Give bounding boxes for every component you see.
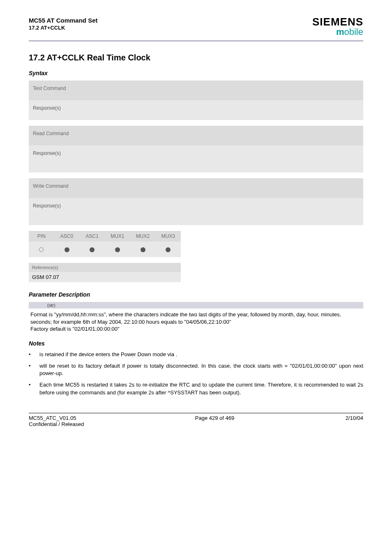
note-item: • Each time MC55 is restarted it takes 2… (29, 381, 363, 396)
reference-block: Reference(s) GSM 07.07 (29, 263, 181, 282)
matrix-cell-asc0 (54, 243, 80, 256)
header-right: SIEMENS mobile (312, 16, 363, 37)
test-command-block: Test Command Response(s) (29, 81, 363, 120)
matrix-body (29, 242, 181, 257)
bullet-icon: • (29, 381, 39, 396)
matrix-col-mux3: MUX3 (155, 231, 181, 242)
syntax-heading: Syntax (29, 70, 363, 76)
matrix-col-mux2: MUX2 (130, 231, 156, 242)
circle-filled-icon (166, 247, 171, 252)
note-text: will be reset to its factory default if … (39, 362, 363, 377)
matrix-header: PIN ASC0 ASC1 MUX1 MUX2 MUX3 (29, 231, 181, 242)
circle-filled-icon (65, 247, 69, 252)
param-text2: Factory default is "02/01/01,00:00:00" (30, 326, 120, 332)
param-description: Format is "yy/mm/dd,hh:mm:ss", where the… (29, 311, 363, 333)
read-command-response: Response(s) (29, 145, 363, 173)
notes-list: • is retained if the device enters the P… (29, 351, 363, 396)
brand-logo: SIEMENS (312, 16, 363, 27)
write-command-label: Write Command (29, 178, 363, 198)
footer-left: MC55_ATC_V01.05 Confidential / Released (29, 415, 84, 427)
brand-sub-rest: obile (344, 27, 363, 37)
header-left: MC55 AT Command Set 17.2 AT+CCLK (29, 16, 98, 31)
matrix-col-asc1: ASC1 (79, 231, 105, 242)
bullet-icon: • (29, 362, 39, 377)
test-command-response: Response(s) (29, 100, 363, 120)
matrix-cell-asc1 (79, 243, 105, 256)
doc-subtitle: 17.2 AT+CCLK (29, 25, 98, 32)
test-command-label: Test Command (29, 81, 363, 100)
matrix-cell-mux3 (155, 243, 181, 256)
support-matrix: PIN ASC0 ASC1 MUX1 MUX2 MUX3 (29, 231, 181, 257)
write-command-response: Response(s) (29, 198, 363, 225)
footer-right: 2/10/04 (346, 415, 363, 427)
circle-open-icon (39, 247, 44, 252)
read-command-block: Read Command Response(s) (29, 126, 363, 173)
matrix-col-pin: PIN (29, 231, 54, 242)
page-header: MC55 AT Command Set 17.2 AT+CCLK SIEMENS… (29, 16, 363, 40)
page-footer: MC55_ATC_V01.05 Confidential / Released … (29, 413, 363, 427)
bullet-icon: • (29, 351, 39, 358)
brand-sub-m: m (336, 27, 344, 37)
read-command-label: Read Command (29, 126, 363, 145)
matrix-col-mux1: MUX1 (105, 231, 130, 242)
matrix-cell-mux2 (130, 243, 156, 256)
param-type-bar: (str) (29, 302, 363, 309)
header-divider (29, 40, 363, 41)
footer-version: MC55_ATC_V01.05 (29, 415, 76, 421)
note-text: is retained if the device enters the Pow… (39, 351, 363, 358)
note-item: • is retained if the device enters the P… (29, 351, 363, 358)
notes-heading: Notes (29, 340, 363, 347)
param-heading: Parameter Description (29, 291, 363, 298)
section-heading: 17.2 AT+CCLK Real Time Clock (29, 53, 363, 62)
param-text1: Format is "yy/mm/dd,hh:mm:ss", where the… (30, 311, 341, 325)
footer-conf: Confidential / Released (29, 421, 84, 427)
doc-title: MC55 AT Command Set (29, 16, 98, 25)
matrix-cell-mux1 (105, 243, 130, 256)
matrix-col-asc0: ASC0 (54, 231, 80, 242)
brand-subtext: mobile (312, 27, 363, 37)
circle-filled-icon (90, 247, 95, 252)
note-item: • will be reset to its factory default i… (29, 362, 363, 377)
note-text: Each time MC55 is restarted it takes 2s … (39, 381, 363, 396)
write-command-block: Write Command Response(s) (29, 178, 363, 225)
reference-label: Reference(s) (29, 263, 181, 272)
footer-center: Page 429 of 469 (195, 415, 234, 427)
circle-filled-icon (141, 247, 145, 252)
circle-filled-icon (115, 247, 120, 252)
reference-value: GSM 07.07 (29, 272, 181, 282)
matrix-cell-pin (29, 243, 54, 256)
